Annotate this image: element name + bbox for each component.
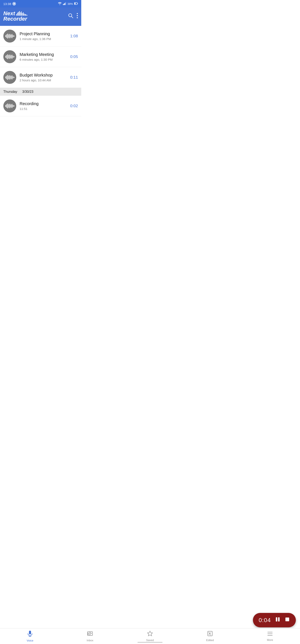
record-indicator	[12, 2, 16, 6]
recording-meta: 1 minute ago, 1:36 PM	[19, 37, 68, 41]
svg-rect-5	[77, 3, 78, 4]
search-icon[interactable]	[68, 13, 73, 20]
signal-icon	[63, 2, 66, 6]
recording-duration: 0:11	[70, 75, 78, 80]
recording-title: Project Planning	[19, 32, 68, 36]
svg-rect-2	[65, 3, 65, 5]
recording-avatar	[3, 71, 16, 84]
waveform-icon	[5, 33, 14, 39]
svg-line-8	[71, 16, 73, 18]
recording-meta: 2 hours ago, 10:44 AM	[19, 78, 68, 82]
recording-item[interactable]: Project Planning 1 minute ago, 1:36 PM 1…	[0, 26, 81, 46]
recording-item[interactable]: Budget Workshop 2 hours ago, 10:44 AM 0:…	[0, 67, 81, 88]
recording-info: Project Planning 1 minute ago, 1:36 PM	[19, 32, 68, 41]
svg-rect-6	[75, 3, 76, 4]
app-name-2: Recorder	[3, 16, 27, 22]
recording-item[interactable]: Recording 11:51 0:02	[0, 96, 81, 116]
svg-point-11	[77, 17, 78, 18]
app-header: Next Recorder	[0, 8, 81, 26]
svg-rect-3	[65, 2, 66, 5]
recording-duration: 0:02	[70, 104, 78, 108]
header-actions	[68, 13, 78, 20]
date-separator-day: Thursday	[3, 90, 17, 94]
recording-item[interactable]: Marketing Meeting 6 minutes ago, 1:30 PM…	[0, 46, 81, 67]
battery-percentage: 38%	[67, 2, 73, 6]
status-time: 13:38	[3, 2, 16, 6]
more-options-icon[interactable]	[77, 13, 78, 20]
recording-info: Marketing Meeting 6 minutes ago, 1:30 PM	[19, 52, 68, 61]
recording-title: Recording	[19, 101, 68, 106]
date-separator-date: 3/30/23	[22, 90, 33, 94]
recording-meta: 11:51	[19, 107, 68, 110]
app-title: Next Recorder	[3, 10, 27, 22]
status-right: 38%	[58, 2, 78, 6]
wifi-icon	[58, 2, 62, 6]
waveform-logo-icon	[16, 12, 27, 16]
waveform-icon	[5, 103, 14, 109]
recording-title: Budget Workshop	[19, 73, 68, 78]
recording-info: Budget Workshop 2 hours ago, 10:44 AM	[19, 73, 68, 82]
svg-point-9	[77, 13, 78, 14]
recording-avatar	[3, 100, 16, 112]
status-bar: 13:38 38%	[0, 0, 81, 8]
waveform-icon	[5, 54, 14, 60]
svg-point-10	[77, 15, 78, 16]
svg-rect-1	[64, 4, 64, 5]
recording-info: Recording 11:51	[19, 101, 68, 110]
recording-avatar	[3, 30, 16, 42]
content-area: Project Planning 1 minute ago, 1:36 PM 1…	[0, 26, 81, 192]
waveform-icon	[5, 74, 14, 80]
recording-duration: 1:08	[70, 34, 78, 38]
recording-avatar	[3, 50, 16, 63]
date-separator: Thursday 3/30/23	[0, 88, 81, 96]
time-display: 13:38	[3, 2, 11, 6]
recording-duration: 0:05	[70, 54, 78, 59]
battery-icon	[74, 2, 78, 6]
svg-rect-0	[63, 4, 63, 5]
recording-title: Marketing Meeting	[19, 52, 68, 57]
recording-meta: 6 minutes ago, 1:30 PM	[19, 58, 68, 61]
